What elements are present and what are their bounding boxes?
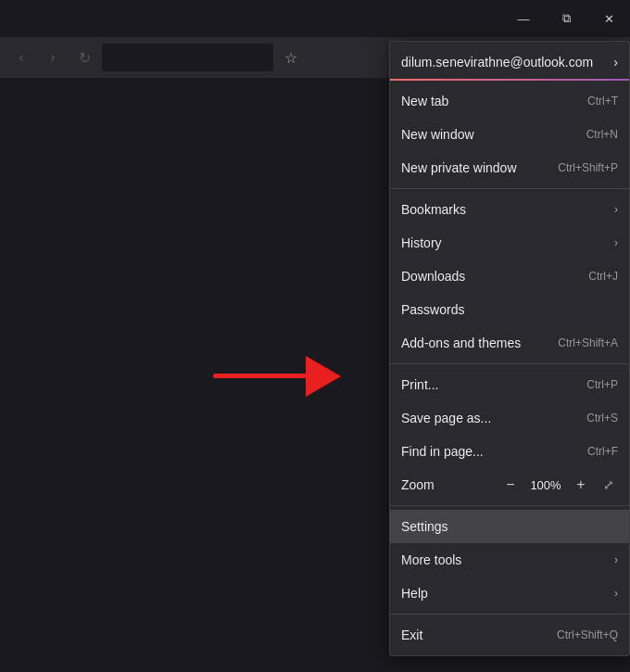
find-label: Find in page... (401, 444, 484, 459)
account-menu-item[interactable]: dilum.senevirathne@outlook.com › (390, 45, 629, 81)
zoom-out-button[interactable]: − (499, 474, 522, 496)
save-page-label: Save page as... (401, 411, 491, 425)
zoom-in-button[interactable]: + (570, 474, 592, 496)
save-page-item[interactable]: Save page as... Ctrl+S (390, 401, 629, 435)
find-item[interactable]: Find in page... Ctrl+F (390, 435, 629, 468)
zoom-controls: − 100% + ⤢ (499, 474, 618, 496)
help-arrow: › (614, 587, 618, 600)
help-item[interactable]: Help › (390, 577, 629, 610)
bookmarks-arrow: › (614, 203, 618, 216)
separator-3 (390, 505, 629, 506)
close-button[interactable]: ✕ (587, 0, 630, 37)
passwords-item[interactable]: Passwords (390, 293, 629, 326)
back-button[interactable]: ‹ (7, 44, 35, 71)
addons-label: Add-ons and themes (401, 336, 521, 350)
more-tools-item[interactable]: More tools › (390, 543, 629, 577)
dropdown-menu: dilum.senevirathne@outlook.com › New tab… (389, 41, 630, 656)
zoom-expand-button[interactable]: ⤢ (599, 475, 618, 494)
arrow-head (306, 356, 341, 397)
print-item[interactable]: Print... Ctrl+P (390, 368, 629, 401)
downloads-item[interactable]: Downloads Ctrl+J (390, 260, 629, 293)
save-page-shortcut: Ctrl+S (586, 412, 618, 425)
addons-shortcut: Ctrl+Shift+A (558, 336, 618, 349)
downloads-shortcut: Ctrl+J (588, 270, 618, 283)
downloads-label: Downloads (401, 269, 465, 284)
passwords-label: Passwords (401, 302, 464, 317)
new-window-label: New window (401, 127, 474, 142)
settings-label: Settings (401, 519, 448, 534)
more-tools-arrow: › (614, 553, 618, 566)
exit-item[interactable]: Exit Ctrl+Shift+Q (390, 618, 629, 652)
exit-shortcut: Ctrl+Shift+Q (557, 628, 618, 641)
bookmark-icon[interactable]: ☆ (277, 44, 305, 71)
zoom-label: Zoom (401, 477, 492, 492)
help-label: Help (401, 586, 428, 601)
history-item[interactable]: History › (390, 226, 629, 260)
arrow-indicator (213, 356, 341, 397)
new-private-window-shortcut: Ctrl+Shift+P (558, 161, 618, 174)
new-tab-shortcut: Ctrl+T (587, 95, 618, 108)
address-bar[interactable] (102, 44, 273, 71)
separator-1 (390, 188, 629, 189)
new-tab-item[interactable]: New tab Ctrl+T (390, 84, 629, 118)
more-tools-label: More tools (401, 552, 461, 567)
find-shortcut: Ctrl+F (587, 445, 618, 458)
new-tab-label: New tab (401, 94, 448, 108)
titlebar: — ⧉ ✕ (0, 0, 630, 37)
new-private-window-label: New private window (401, 160, 517, 175)
print-shortcut: Ctrl+P (586, 378, 618, 391)
bookmarks-label: Bookmarks (401, 202, 466, 217)
exit-label: Exit (401, 628, 422, 642)
account-arrow: › (613, 55, 618, 70)
new-private-window-item[interactable]: New private window Ctrl+Shift+P (390, 151, 629, 184)
separator-4 (390, 614, 629, 615)
settings-item[interactable]: Settings (390, 510, 629, 543)
new-window-shortcut: Ctrl+N (586, 128, 618, 141)
history-label: History (401, 235, 442, 250)
zoom-value: 100% (529, 478, 562, 492)
bookmarks-item[interactable]: Bookmarks › (390, 193, 629, 226)
separator-2 (390, 363, 629, 364)
minimize-button[interactable]: — (502, 0, 545, 37)
restore-button[interactable]: ⧉ (545, 0, 587, 37)
reload-button[interactable]: ↻ (70, 44, 98, 71)
print-label: Print... (401, 377, 438, 392)
history-arrow: › (614, 236, 618, 249)
arrow-shaft (213, 374, 306, 378)
new-window-item[interactable]: New window Ctrl+N (390, 118, 629, 151)
addons-item[interactable]: Add-ons and themes Ctrl+Shift+A (390, 326, 629, 360)
account-email: dilum.senevirathne@outlook.com (401, 55, 593, 70)
forward-button[interactable]: › (39, 44, 67, 71)
zoom-row: Zoom − 100% + ⤢ (390, 468, 629, 501)
